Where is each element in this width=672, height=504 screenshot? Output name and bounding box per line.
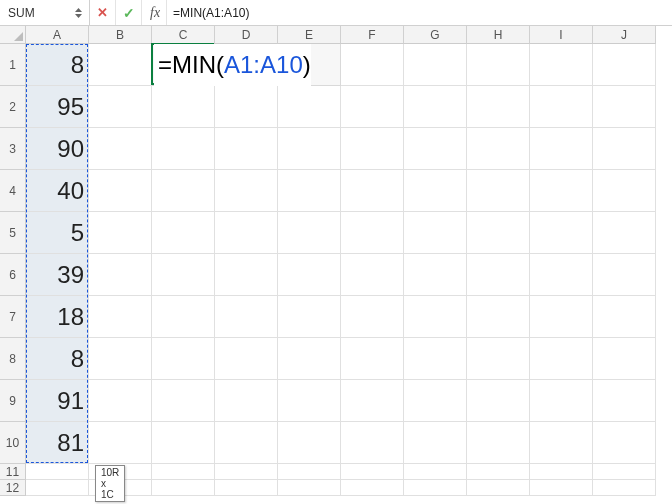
cell-J2[interactable]	[593, 86, 656, 128]
cell-H8[interactable]	[467, 338, 530, 380]
cell-E6[interactable]	[278, 254, 341, 296]
name-box[interactable]: SUM	[0, 0, 90, 25]
cell-F7[interactable]	[341, 296, 404, 338]
cell-D4[interactable]	[215, 170, 278, 212]
cell-C8[interactable]	[152, 338, 215, 380]
cell-B3[interactable]	[89, 128, 152, 170]
cell-D9[interactable]	[215, 380, 278, 422]
cell-E7[interactable]	[278, 296, 341, 338]
row-header-5[interactable]: 5	[0, 212, 26, 254]
column-header-I[interactable]: I	[530, 26, 593, 44]
cell-C5[interactable]	[152, 212, 215, 254]
cell-A1[interactable]: 8	[26, 44, 89, 86]
cell-E4[interactable]	[278, 170, 341, 212]
cell-I9[interactable]	[530, 380, 593, 422]
column-header-D[interactable]: D	[215, 26, 278, 44]
cell-F3[interactable]	[341, 128, 404, 170]
cell-F8[interactable]	[341, 338, 404, 380]
cell-F12[interactable]	[341, 480, 404, 496]
cell-J8[interactable]	[593, 338, 656, 380]
cell-G2[interactable]	[404, 86, 467, 128]
cell-E8[interactable]	[278, 338, 341, 380]
select-all-corner[interactable]	[0, 26, 26, 44]
row-header-2[interactable]: 2	[0, 86, 26, 128]
cell-A3[interactable]: 90	[26, 128, 89, 170]
cancel-button[interactable]: ✕	[90, 0, 116, 25]
cell-I3[interactable]	[530, 128, 593, 170]
cell-H5[interactable]	[467, 212, 530, 254]
cell-H7[interactable]	[467, 296, 530, 338]
cell-J5[interactable]	[593, 212, 656, 254]
cell-F9[interactable]	[341, 380, 404, 422]
cell-A7[interactable]: 18	[26, 296, 89, 338]
name-box-spinner[interactable]	[74, 7, 85, 19]
cell-J7[interactable]	[593, 296, 656, 338]
cell-D2[interactable]	[215, 86, 278, 128]
cell-J3[interactable]	[593, 128, 656, 170]
cell-A6[interactable]: 39	[26, 254, 89, 296]
cell-H10[interactable]	[467, 422, 530, 464]
cell-B1[interactable]	[89, 44, 152, 86]
cell-B9[interactable]	[89, 380, 152, 422]
cell-J12[interactable]	[593, 480, 656, 496]
column-header-H[interactable]: H	[467, 26, 530, 44]
cell-H2[interactable]	[467, 86, 530, 128]
row-header-8[interactable]: 8	[0, 338, 26, 380]
cell-B10[interactable]	[89, 422, 152, 464]
cell-C6[interactable]	[152, 254, 215, 296]
cell-J1[interactable]	[593, 44, 656, 86]
cell-C9[interactable]	[152, 380, 215, 422]
cell-E10[interactable]	[278, 422, 341, 464]
column-header-C[interactable]: C	[152, 26, 215, 44]
cell-E2[interactable]	[278, 86, 341, 128]
cell-A10[interactable]: 81	[26, 422, 89, 464]
cell-D5[interactable]	[215, 212, 278, 254]
cell-H12[interactable]	[467, 480, 530, 496]
cell-J9[interactable]	[593, 380, 656, 422]
cell-G6[interactable]	[404, 254, 467, 296]
row-header-4[interactable]: 4	[0, 170, 26, 212]
cell-A4[interactable]: 40	[26, 170, 89, 212]
cell-B8[interactable]	[89, 338, 152, 380]
cell-G5[interactable]	[404, 212, 467, 254]
cell-I1[interactable]	[530, 44, 593, 86]
cell-C7[interactable]	[152, 296, 215, 338]
cell-F11[interactable]	[341, 464, 404, 480]
cell-H3[interactable]	[467, 128, 530, 170]
cell-A8[interactable]: 8	[26, 338, 89, 380]
row-header-9[interactable]: 9	[0, 380, 26, 422]
cell-E9[interactable]	[278, 380, 341, 422]
cell-C4[interactable]	[152, 170, 215, 212]
row-header-11[interactable]: 11	[0, 464, 26, 480]
enter-button[interactable]: ✓	[116, 0, 142, 25]
cell-G9[interactable]	[404, 380, 467, 422]
column-header-G[interactable]: G	[404, 26, 467, 44]
cell-I7[interactable]	[530, 296, 593, 338]
cell-H6[interactable]	[467, 254, 530, 296]
cell-E5[interactable]	[278, 212, 341, 254]
cell-I2[interactable]	[530, 86, 593, 128]
cell-E3[interactable]	[278, 128, 341, 170]
cell-C11[interactable]	[152, 464, 215, 480]
column-header-B[interactable]: B	[89, 26, 152, 44]
row-header-3[interactable]: 3	[0, 128, 26, 170]
cell-I5[interactable]	[530, 212, 593, 254]
cell-E1[interactable]	[278, 44, 341, 86]
cell-E12[interactable]	[278, 480, 341, 496]
cell-I8[interactable]	[530, 338, 593, 380]
cell-F10[interactable]	[341, 422, 404, 464]
cell-B5[interactable]	[89, 212, 152, 254]
cell-D8[interactable]	[215, 338, 278, 380]
cell-G10[interactable]	[404, 422, 467, 464]
cell-I10[interactable]	[530, 422, 593, 464]
cell-I6[interactable]	[530, 254, 593, 296]
cell-I12[interactable]	[530, 480, 593, 496]
cell-B2[interactable]	[89, 86, 152, 128]
row-header-6[interactable]: 6	[0, 254, 26, 296]
cell-G4[interactable]	[404, 170, 467, 212]
cell-A2[interactable]: 95	[26, 86, 89, 128]
column-header-J[interactable]: J	[593, 26, 656, 44]
column-header-A[interactable]: A	[26, 26, 89, 44]
cell-H1[interactable]	[467, 44, 530, 86]
cell-C1[interactable]	[152, 44, 215, 86]
